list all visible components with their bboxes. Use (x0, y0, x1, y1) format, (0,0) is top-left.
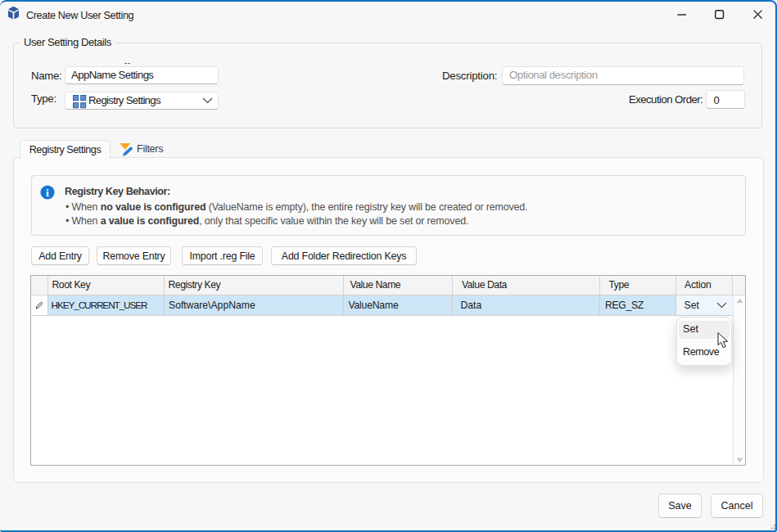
svg-text:i: i (46, 187, 49, 199)
